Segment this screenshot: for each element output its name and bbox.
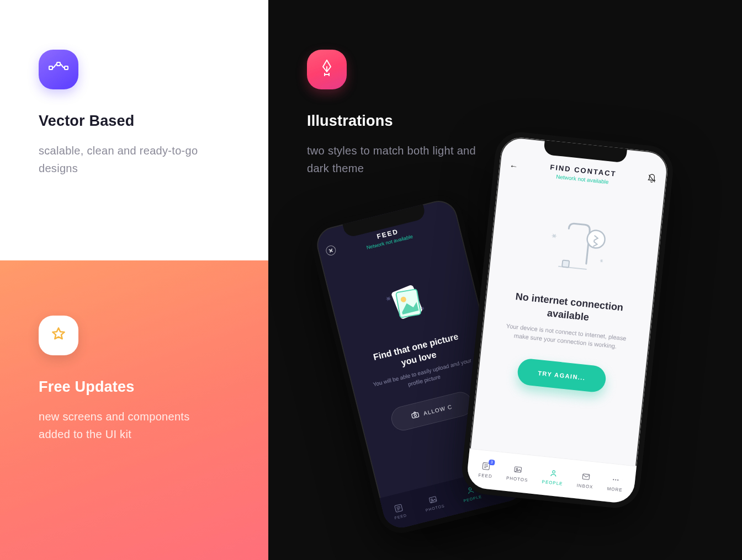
- feature-vector-title: Vector Based: [39, 113, 230, 130]
- light-illustration: [489, 204, 662, 287]
- phone-notch: [342, 204, 426, 238]
- close-icon[interactable]: [325, 244, 337, 257]
- svg-point-5: [400, 296, 407, 303]
- left-column: Vector Based scalable, clean and ready-t…: [0, 0, 268, 560]
- feed-icon: 3: [481, 461, 492, 472]
- people-icon: [548, 468, 559, 479]
- vector-nodes-icon: [49, 62, 68, 77]
- tab-photos[interactable]: PHOTOS: [422, 493, 445, 512]
- photo-icon: [513, 464, 524, 475]
- tab-people[interactable]: PEOPLE: [460, 483, 483, 502]
- light-button-label: TRY AGAIN...: [538, 370, 586, 381]
- feature-updates-desc: new screens and components added to the …: [39, 408, 204, 443]
- feature-vector-panel: Vector Based scalable, clean and ready-t…: [0, 0, 268, 260]
- dark-header: FEED Network not available: [313, 197, 460, 264]
- svg-rect-17: [515, 467, 522, 473]
- svg-rect-2: [65, 66, 68, 70]
- svg-rect-16: [483, 462, 490, 470]
- dark-button-label: ALLOW C: [423, 403, 453, 417]
- photo-icon: [428, 494, 439, 505]
- svg-point-15: [586, 230, 606, 249]
- dark-illustration: [329, 262, 480, 344]
- dark-header-title: FEED: [327, 215, 449, 253]
- svg-rect-1: [57, 62, 60, 66]
- feature-illustrations-panel: Illustrations two styles to match both l…: [268, 0, 742, 199]
- dark-header-sub: Network not available: [329, 225, 451, 260]
- light-tabbar: 3FEEDPHOTOSPEOPLEINBOXMORE: [465, 449, 637, 504]
- feature-vector-desc: scalable, clean and ready-to-go designs: [39, 142, 204, 177]
- vector-icon-card: [39, 50, 78, 89]
- promo-page: Vector Based scalable, clean and ready-t…: [0, 0, 742, 560]
- svg-point-22: [615, 479, 616, 481]
- badge: 3: [489, 460, 495, 466]
- allow-camera-button[interactable]: ALLOW C: [389, 390, 475, 433]
- tab-label: PHOTOS: [425, 504, 445, 512]
- illustrations-icon-card: [307, 50, 347, 89]
- tab-inbox[interactable]: INBOX: [576, 471, 595, 490]
- phone-dark: FEED Network not available: [306, 190, 534, 538]
- feature-illustrations-desc: two styles to match both light and dark …: [307, 142, 484, 177]
- light-body: Your device is not connect to internet, …: [481, 313, 651, 355]
- svg-rect-14: [562, 260, 569, 267]
- tab-label: INBOX: [576, 483, 593, 489]
- feature-updates-panel: Free Updates new screens and components …: [0, 260, 268, 560]
- feature-updates-title: Free Updates: [39, 378, 230, 396]
- svg-rect-3: [391, 284, 423, 319]
- try-again-button[interactable]: TRY AGAIN...: [516, 358, 607, 393]
- feed-icon: [393, 503, 404, 514]
- tab-feed[interactable]: FEED: [391, 502, 407, 520]
- tab-feed[interactable]: 3FEED: [478, 461, 494, 479]
- star-icon: [50, 326, 67, 345]
- svg-rect-9: [429, 496, 437, 503]
- svg-point-10: [431, 498, 433, 500]
- inbox-icon: [500, 476, 511, 487]
- inbox-icon: [580, 471, 591, 482]
- light-heading: No internet connection available: [484, 286, 653, 330]
- more-icon: [611, 474, 622, 486]
- svg-rect-8: [395, 504, 403, 512]
- tab-more[interactable]: MORE: [607, 474, 624, 493]
- tab-inbox[interactable]: INBOX: [497, 475, 516, 493]
- tab-photos[interactable]: PHOTOS: [506, 463, 529, 483]
- camera-icon: [411, 411, 420, 420]
- dark-heading: Find that one picture you love: [344, 324, 490, 382]
- svg-point-7: [414, 414, 417, 417]
- tab-label: FEED: [394, 513, 407, 520]
- tab-label: INBOX: [500, 486, 516, 493]
- tab-people[interactable]: PEOPLE: [542, 467, 564, 487]
- dark-tabbar: FEEDPHOTOSPEOPLEINBOX: [380, 463, 527, 531]
- updates-icon-card: [39, 316, 78, 355]
- svg-rect-4: [396, 289, 421, 318]
- svg-point-11: [469, 487, 472, 490]
- dark-body: You will be able to easily upload and yo…: [351, 347, 495, 402]
- tab-label: PEOPLE: [463, 494, 483, 503]
- right-column: Illustrations two styles to match both l…: [268, 0, 742, 560]
- svg-point-23: [617, 479, 618, 481]
- svg-point-19: [552, 471, 555, 473]
- svg-point-21: [613, 479, 614, 480]
- svg-point-18: [516, 468, 518, 470]
- pen-nib-icon: [320, 59, 334, 80]
- svg-rect-0: [49, 66, 52, 70]
- svg-rect-20: [582, 474, 590, 480]
- svg-rect-6: [412, 413, 420, 419]
- people-icon: [465, 485, 476, 496]
- svg-rect-12: [502, 478, 510, 484]
- phone-dark-screen: FEED Network not available: [313, 197, 527, 531]
- tab-label: PEOPLE: [542, 479, 563, 487]
- feature-illustrations-title: Illustrations: [307, 113, 703, 130]
- tab-label: PHOTOS: [506, 476, 528, 483]
- tab-label: FEED: [478, 473, 492, 479]
- tab-label: MORE: [607, 486, 623, 493]
